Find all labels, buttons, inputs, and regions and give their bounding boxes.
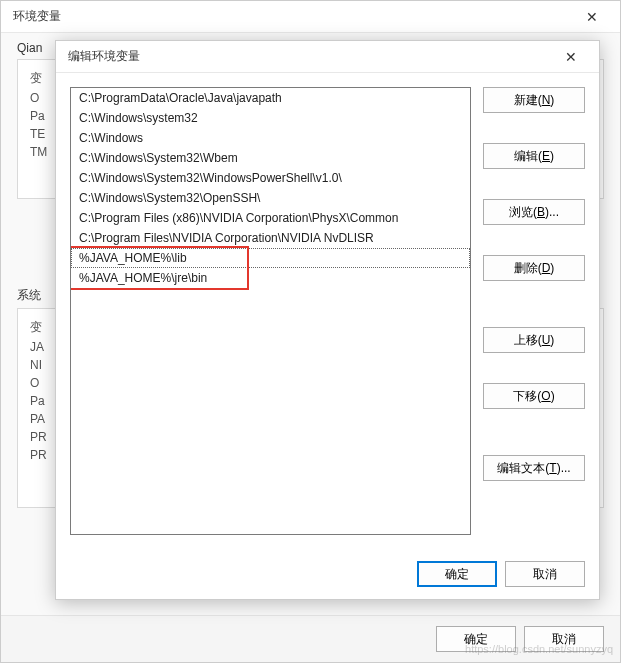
- new-button[interactable]: 新建(N): [483, 87, 585, 113]
- path-list-item[interactable]: C:\Windows\System32\WindowsPowerShell\v1…: [71, 168, 470, 188]
- path-list-item[interactable]: C:\Windows\system32: [71, 108, 470, 128]
- path-list-item[interactable]: C:\Program Files\NVIDIA Corporation\NVID…: [71, 228, 470, 248]
- edit-button[interactable]: 编辑(E): [483, 143, 585, 169]
- close-icon[interactable]: ✕: [576, 1, 608, 33]
- path-list-item[interactable]: %JAVA_HOME%\jre\bin: [71, 268, 470, 288]
- path-list-item[interactable]: C:\Program Files (x86)\NVIDIA Corporatio…: [71, 208, 470, 228]
- path-list-item[interactable]: C:\Windows\System32\OpenSSH\: [71, 188, 470, 208]
- close-icon[interactable]: ✕: [555, 41, 587, 73]
- env-vars-titlebar: 环境变量 ✕: [1, 1, 620, 33]
- env-vars-footer: 确定 取消: [1, 615, 620, 662]
- cancel-button[interactable]: 取消: [524, 626, 604, 652]
- browse-button[interactable]: 浏览(B)...: [483, 199, 585, 225]
- ok-button[interactable]: 确定: [436, 626, 516, 652]
- path-list-item[interactable]: %JAVA_HOME%\lib: [71, 248, 470, 268]
- cancel-button[interactable]: 取消: [505, 561, 585, 587]
- move-up-button[interactable]: 上移(U): [483, 327, 585, 353]
- path-list[interactable]: C:\ProgramData\Oracle\Java\javapathC:\Wi…: [70, 87, 471, 535]
- edit-dialog-titlebar: 编辑环境变量 ✕: [56, 41, 599, 73]
- edit-env-var-dialog: 编辑环境变量 ✕ C:\ProgramData\Oracle\Java\java…: [55, 40, 600, 600]
- edit-dialog-title: 编辑环境变量: [68, 48, 140, 65]
- move-down-button[interactable]: 下移(O): [483, 383, 585, 409]
- path-list-item[interactable]: C:\Windows: [71, 128, 470, 148]
- edit-dialog-body: C:\ProgramData\Oracle\Java\javapathC:\Wi…: [56, 73, 599, 549]
- delete-button[interactable]: 删除(D): [483, 255, 585, 281]
- side-buttons: 新建(N) 编辑(E) 浏览(B)... 删除(D) 上移(U) 下移(O) 编…: [483, 87, 585, 535]
- env-vars-title: 环境变量: [13, 8, 61, 25]
- edit-text-button[interactable]: 编辑文本(T)...: [483, 455, 585, 481]
- path-list-item[interactable]: C:\ProgramData\Oracle\Java\javapath: [71, 88, 470, 108]
- ok-button[interactable]: 确定: [417, 561, 497, 587]
- edit-dialog-footer: 确定 取消: [56, 549, 599, 599]
- path-list-item[interactable]: C:\Windows\System32\Wbem: [71, 148, 470, 168]
